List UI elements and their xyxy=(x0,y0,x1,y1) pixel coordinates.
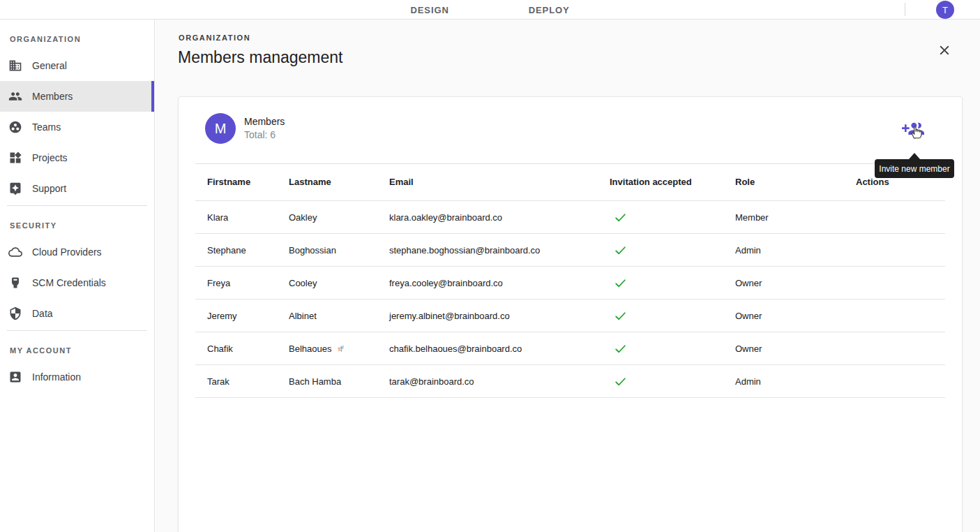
check-icon xyxy=(614,276,627,290)
table-row: FreyaCooleyfreya.cooley@brainboard.coOwn… xyxy=(195,267,945,300)
user-avatar[interactable]: T xyxy=(936,1,954,19)
invite-member-button[interactable] xyxy=(902,118,924,140)
sidebar-item-scm-credentials[interactable]: SCM Credentials xyxy=(0,267,154,298)
cell-invitation-accepted xyxy=(610,309,735,323)
topbar-divider xyxy=(905,3,905,16)
main-content: ORGANIZATION Members management M Member… xyxy=(156,20,980,532)
assistant-icon xyxy=(8,182,22,195)
cell-firstname: Freya xyxy=(195,278,289,288)
check-icon xyxy=(614,211,627,224)
column-header: Firstname xyxy=(195,177,289,187)
table-row: KlaraOakleyklara.oakley@brainboard.coMem… xyxy=(195,201,945,234)
table-row: JeremyAlbinetjeremy.albinet@brainboard.c… xyxy=(195,300,945,332)
table-header-row: FirstnameLastnameEmailInvitation accepte… xyxy=(195,163,945,201)
cell-email: klara.oakley@brainboard.co xyxy=(389,212,610,223)
sidebar-item-general[interactable]: General xyxy=(0,50,154,81)
table-row: TarakBach Hambatarak@brainboard.coAdmin xyxy=(195,365,945,398)
cell-email: stephane.boghossian@brainboard.co xyxy=(389,245,610,256)
sidebar-item-data[interactable]: Data xyxy=(0,298,154,329)
column-header: Invitation accepted xyxy=(610,177,735,187)
account-box-icon xyxy=(8,370,22,384)
sidebar-item-label: Cloud Providers xyxy=(32,246,102,258)
sidebar-item-cloud-providers[interactable]: Cloud Providers xyxy=(0,237,154,267)
cell-invitation-accepted xyxy=(610,342,735,355)
cloud-icon xyxy=(8,245,22,259)
check-icon xyxy=(614,375,627,388)
members-avatar: M xyxy=(205,113,236,144)
sidebar-section-label: SECURITY xyxy=(10,221,144,230)
topbar: DESIGNDEPLOY T xyxy=(0,0,980,20)
widgets-icon xyxy=(8,151,22,165)
sidebar-item-support[interactable]: Support xyxy=(0,173,154,204)
cell-lastname: Albinet xyxy=(289,311,389,321)
tab-design[interactable]: DESIGN xyxy=(410,5,448,15)
sidebar-divider xyxy=(7,205,147,206)
page-eyebrow: ORGANIZATION xyxy=(179,34,250,42)
sidebar-item-label: Members xyxy=(32,91,73,102)
cell-firstname: Jeremy xyxy=(195,311,289,321)
table-row: ChafikBelhaoueschafik.belhaoues@brainboa… xyxy=(195,332,945,365)
sidebar-item-label: Support xyxy=(32,183,66,194)
cell-email: jeremy.albinet@brainboard.co xyxy=(389,311,610,321)
cell-invitation-accepted xyxy=(610,375,735,388)
cell-lastname: Boghossian xyxy=(289,245,389,256)
table-row: StephaneBoghossianstephane.boghossian@br… xyxy=(195,234,945,267)
cell-email: tarak@brainboard.co xyxy=(389,376,610,387)
card-header-divider xyxy=(195,163,945,164)
sidebar-item-label: General xyxy=(32,60,67,71)
sidebar-item-members[interactable]: Members xyxy=(0,81,154,112)
members-card: M Members Total: 6 Invite new member Fir… xyxy=(178,96,963,532)
cell-invitation-accepted xyxy=(610,276,735,290)
close-icon[interactable] xyxy=(937,43,952,58)
page-title: Members management xyxy=(178,48,343,67)
sidebar-section-label: MY ACCOUNT xyxy=(10,346,144,355)
cell-role: Owner xyxy=(735,311,856,321)
cell-email: chafik.belhaoues@brainboard.co xyxy=(389,343,610,354)
check-icon xyxy=(614,309,627,323)
people-icon xyxy=(8,89,22,103)
cell-firstname: Klara xyxy=(195,212,289,223)
tooltip-arrow xyxy=(909,153,920,159)
sidebar-item-projects[interactable]: Projects xyxy=(0,142,154,173)
cell-firstname: Tarak xyxy=(195,376,289,387)
rocket-icon xyxy=(336,343,346,354)
sidebar-item-teams[interactable]: Teams xyxy=(0,112,154,142)
topbar-tabs: DESIGNDEPLOY xyxy=(410,0,569,20)
cell-role: Admin xyxy=(735,376,856,387)
sidebar: ORGANIZATIONGeneralMembersTeamsProjectsS… xyxy=(0,20,155,532)
cell-invitation-accepted xyxy=(610,211,735,224)
check-icon xyxy=(614,342,627,355)
table-body: KlaraOakleyklara.oakley@brainboard.coMem… xyxy=(195,201,945,398)
members-card-header: M Members Total: 6 Invite new member xyxy=(179,97,962,163)
sidebar-divider xyxy=(7,330,147,331)
tab-deploy[interactable]: DEPLOY xyxy=(529,5,570,15)
column-header: Role xyxy=(735,177,856,187)
cell-email: freya.cooley@brainboard.co xyxy=(389,278,610,288)
cell-lastname: Belhaoues xyxy=(289,343,389,354)
members-card-title: Members xyxy=(244,116,285,127)
invite-tooltip: Invite new member xyxy=(875,159,954,178)
cell-role: Owner xyxy=(735,343,856,354)
sidebar-item-label: Teams xyxy=(32,121,61,133)
column-header: Email xyxy=(389,177,610,187)
cell-role: Owner xyxy=(735,278,856,288)
shield-icon xyxy=(8,306,22,320)
cell-firstname: Chafik xyxy=(195,343,289,354)
column-header: Actions xyxy=(856,177,947,187)
sidebar-item-label: Information xyxy=(32,371,81,383)
cell-firstname: Stephane xyxy=(195,245,289,256)
cell-role: Member xyxy=(735,212,856,223)
cell-invitation-accepted xyxy=(610,244,735,257)
group-work-icon xyxy=(8,120,22,134)
building-icon xyxy=(8,59,22,73)
sidebar-item-label: Projects xyxy=(32,152,68,163)
sidebar-item-label: Data xyxy=(32,308,53,319)
check-icon xyxy=(614,244,627,257)
column-header: Lastname xyxy=(289,177,389,187)
cell-lastname: Cooley xyxy=(289,278,389,288)
sidebar-item-information[interactable]: Information xyxy=(0,362,154,392)
group-add-icon xyxy=(902,118,924,140)
members-table: FirstnameLastnameEmailInvitation accepte… xyxy=(195,163,945,398)
cell-role: Admin xyxy=(735,245,856,256)
sidebar-item-label: SCM Credentials xyxy=(32,277,106,288)
